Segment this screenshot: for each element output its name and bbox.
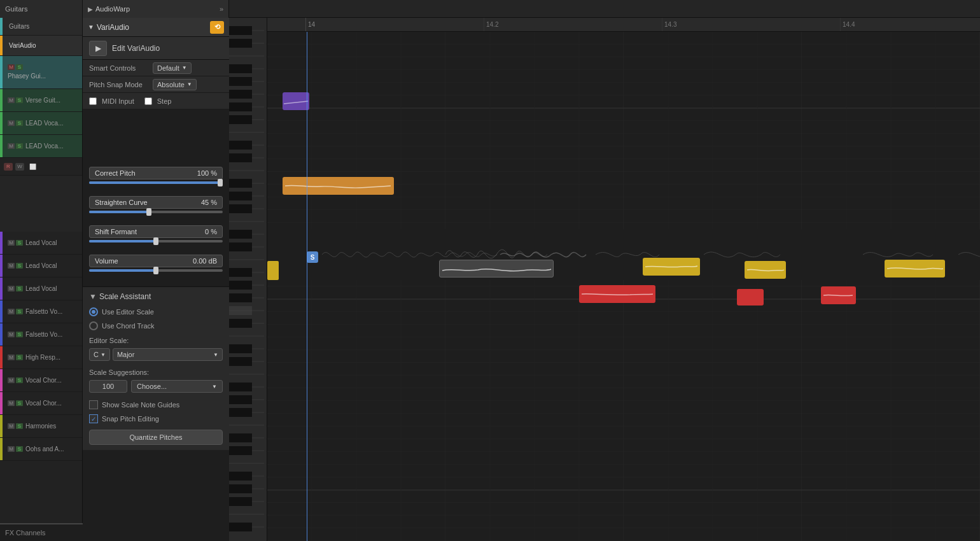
track-harmonies: M S Harmonies (0, 415, 82, 438)
vari-header-label: VariAudio (97, 23, 129, 32)
svg-rect-70 (229, 523, 252, 531)
note-block-n1[interactable] (283, 92, 309, 110)
piano-keys-area: C4 C3 C2 (229, 18, 267, 541)
waveform-main (322, 234, 980, 275)
suggestions-row: 100 Choose... ▼ (89, 380, 223, 393)
track-lead-vocal-upper-2: M S LEAD Voca... (0, 135, 82, 158)
track-vari-audio: VariAudio (0, 36, 82, 56)
vari-audio-header[interactable]: ▼ VariAudio ⟲ (83, 18, 229, 37)
scale-key-arrow: ▼ (101, 352, 106, 358)
svg-rect-48 (229, 141, 252, 150)
shift-formant-label: Shift Formant (95, 228, 137, 235)
pitch-snap-value: Absolute (157, 81, 185, 88)
pitch-snap-arrow: ▼ (187, 81, 192, 87)
pitch-snap-row: Pitch Snap Mode Absolute ▼ (83, 76, 229, 93)
show-scale-notes-label: Show Scale Note Guides (102, 401, 179, 409)
use-chord-track-row[interactable]: Use Chord Track (89, 321, 223, 330)
track-name-harmonies: Harmonies (25, 423, 56, 430)
play-icon: ▶ (95, 44, 101, 53)
show-scale-notes-checkbox[interactable] (89, 400, 98, 409)
scale-type-dropdown[interactable]: Major ▼ (113, 348, 223, 361)
correct-pitch-handle[interactable] (218, 179, 223, 186)
suggestions-input[interactable]: 100 (89, 380, 127, 393)
show-scale-notes-row[interactable]: Show Scale Note Guides (89, 400, 223, 409)
volume-handle[interactable] (153, 267, 158, 274)
fx-channels-strip[interactable]: FX Channels (0, 523, 83, 541)
smart-controls-dropdown[interactable]: Default ▼ (153, 62, 192, 74)
svg-rect-63 (229, 395, 252, 404)
step-checkbox[interactable] (144, 97, 152, 105)
suggestions-label: Scale Suggestions: (89, 369, 149, 376)
audiowarp-label: AudioWarp (95, 5, 130, 13)
audiowarp-bar[interactable]: ▶ AudioWarp » (83, 0, 229, 18)
editor-scale-radio[interactable] (89, 307, 98, 316)
cursor-line (307, 32, 307, 541)
suggestions-choose-label: Choose... (137, 383, 167, 390)
straighten-curve-handle[interactable] (146, 208, 151, 216)
svg-rect-42 (229, 39, 252, 48)
note-block-n8[interactable] (737, 289, 764, 306)
snap-pitch-row[interactable]: ✓ Snap Pitch Editing (89, 414, 223, 423)
quantize-pitches-btn[interactable]: Quantize Pitches (89, 430, 223, 445)
svg-rect-67 (229, 472, 252, 481)
scale-key-dropdown[interactable]: C ▼ (89, 348, 110, 361)
volume-label: Volume (95, 257, 118, 265)
edit-play-btn[interactable]: ▶ (89, 41, 107, 56)
svg-rect-57 (229, 293, 252, 302)
rw-controls: R W ⬜ (0, 158, 82, 176)
chord-track-radio[interactable] (89, 321, 98, 330)
svg-rect-41 (229, 26, 252, 35)
volume-fill (89, 269, 156, 272)
snap-pitch-checkbox[interactable]: ✓ (89, 414, 98, 423)
timeline-header: 14 14.2 14.3 14.4 (267, 18, 980, 32)
timeline-marker-14-2: 14.2 (484, 18, 498, 31)
track-vocal-chor-2: M S Vocal Chor... (0, 392, 82, 415)
scale-assistant-header[interactable]: ▼ Scale Assistant (89, 292, 223, 301)
scale-key-value: C (94, 351, 99, 358)
svg-rect-52 (229, 204, 252, 213)
track-name-oohs: Oohs and A... (25, 446, 64, 453)
suggestions-label-row: Scale Suggestions: (89, 369, 223, 376)
vari-icon-btn[interactable]: ⟲ (210, 21, 224, 34)
track-name-lead-vocal-2: Lead Vocal (25, 262, 57, 269)
correct-pitch-label-row: Correct Pitch 100 % (89, 167, 223, 179)
shift-formant-slider-track[interactable] (89, 240, 223, 242)
track-name-vocal-chor-2: Vocal Chor... (25, 400, 62, 407)
svg-rect-69 (229, 497, 252, 506)
scale-dropdowns-row: C ▼ Major ▼ (89, 348, 223, 361)
edit-vari-audio-row: ▶ Edit VariAudio (83, 37, 229, 60)
straighten-curve-slider-track[interactable] (89, 211, 223, 213)
audiowarp-arrow: ▶ (88, 6, 93, 13)
volume-label-row: Volume 0.00 dB (89, 255, 223, 267)
grid-area: S (267, 32, 980, 541)
guitars-label: Guitars (0, 0, 83, 18)
suggestions-choose-btn[interactable]: Choose... ▼ (131, 380, 223, 393)
use-editor-scale-label: Use Editor Scale (102, 308, 154, 316)
track-name-lead-vocal: Lead Vocal (25, 239, 57, 246)
shift-formant-label-row: Shift Formant 0 % (89, 225, 223, 238)
svg-rect-49 (229, 153, 252, 162)
svg-rect-50 (229, 179, 252, 188)
note-block-n7[interactable] (579, 285, 655, 303)
use-editor-scale-row[interactable]: Use Editor Scale (89, 307, 223, 316)
svg-rect-61 (229, 357, 252, 366)
pitch-snap-dropdown[interactable]: Absolute ▼ (153, 79, 197, 90)
note-block-n2[interactable] (283, 177, 394, 195)
timeline-marker-14: 14 (305, 18, 315, 31)
straighten-curve-label: Straighten Curve (95, 199, 148, 206)
svg-rect-46 (229, 102, 252, 111)
correct-pitch-slider-track[interactable] (89, 181, 223, 184)
svg-rect-51 (229, 192, 252, 200)
track-falsetto-2: M S Falsetto Vo... (0, 323, 82, 346)
shift-formant-handle[interactable] (153, 237, 158, 245)
shift-formant-container: Shift Formant 0 % (83, 223, 229, 249)
svg-rect-58 (229, 306, 252, 315)
track-verse-guitar: M S Verse Guit... (0, 89, 82, 112)
note-block-track-yellow[interactable] (267, 261, 279, 280)
volume-slider-track[interactable] (89, 269, 223, 272)
editor-main: 14 14.2 14.3 14.4 (267, 18, 980, 541)
midi-input-checkbox[interactable] (89, 97, 97, 105)
track-vocal-chor: M S Vocal Chor... (0, 369, 82, 392)
track-name-falsetto-2: Falsetto Vo... (25, 331, 62, 338)
note-block-n9[interactable] (821, 286, 856, 304)
